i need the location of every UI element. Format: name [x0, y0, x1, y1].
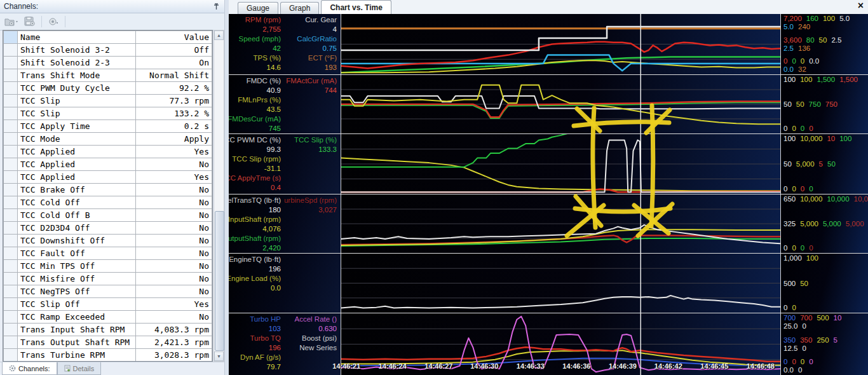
table-row[interactable]: Trans Turbine RPM3,028.3 rpm	[4, 349, 212, 362]
axis-line: 0.00	[783, 366, 868, 374]
row-selector-cell[interactable]	[4, 57, 18, 69]
table-row[interactable]: TCC ModeApply	[4, 133, 212, 146]
add-channel-button[interactable]	[45, 15, 62, 29]
table-row[interactable]: Trans Input Shaft RPM4,083.3 rpm	[4, 324, 212, 336]
channel-label: Cur. Gear	[305, 15, 337, 25]
row-selector-cell[interactable]	[4, 171, 18, 184]
table-row[interactable]: TCC NegTPS OffNo	[4, 285, 212, 298]
table-row[interactable]: TCC D2D3D4 OffNo	[4, 222, 212, 235]
axis-tick-value: 5.0	[783, 23, 794, 31]
save-channel-config-button[interactable]	[22, 15, 38, 29]
row-selector-cell[interactable]	[4, 196, 18, 209]
scrollbar-thumb[interactable]	[215, 211, 224, 351]
axis-tick-value: 0	[783, 57, 787, 65]
table-row[interactable]: TCC Slip OffYes	[4, 298, 212, 311]
chart-tab-graph[interactable]: Graph	[280, 2, 319, 14]
table-row[interactable]: TCC Misfire OffNo	[4, 273, 212, 285]
strip-1-plot[interactable]	[341, 14, 780, 74]
table-row[interactable]: TCC Brake OffNo	[4, 184, 212, 196]
scroll-down-arrow-icon[interactable]: ▼	[214, 351, 224, 361]
channel-value: 196	[269, 264, 281, 274]
axis-tick-value: 0	[783, 358, 787, 365]
row-selector-cell[interactable]	[4, 184, 18, 196]
name-column-header[interactable]: Name	[18, 31, 136, 44]
table-row[interactable]: TCC AppliedNo	[4, 158, 212, 171]
table-row[interactable]: Trans Output Shaft RPM2,421.3 rpm	[4, 336, 212, 349]
value-column-header[interactable]: Value	[136, 31, 212, 44]
table-row[interactable]: TCC Slip133.2 %	[4, 107, 212, 120]
chart-vs-time-view[interactable]: RPM (rpm)2,755Speed (mph)42TPS (%)14.6Cu…	[229, 14, 868, 375]
channel-name-cell: TCC NegTPS Off	[18, 285, 136, 298]
row-selector-cell[interactable]	[4, 336, 18, 349]
axis-tick-value: 1,500	[817, 76, 835, 83]
table-row[interactable]: Trans Shift ModeNormal Shift	[4, 69, 212, 82]
channel-name-cell: TCC Applied	[18, 171, 136, 184]
row-selector-cell[interactable]	[4, 247, 18, 260]
table-row[interactable]: TCC Ramp ExceededNo	[4, 311, 212, 324]
channel-name-cell: Trans Output Shaft RPM	[18, 336, 136, 349]
chart-tab-gauge[interactable]: Gauge	[238, 2, 278, 14]
open-channel-config-button[interactable]	[3, 15, 20, 29]
strip-5-plot[interactable]	[341, 254, 780, 313]
axis-tick-value: 350	[783, 336, 796, 344]
scroll-up-arrow-icon[interactable]: ▲	[214, 31, 224, 40]
table-row[interactable]: TCC Apply Time0.2 s	[4, 120, 212, 133]
channel-name-cell: TCC PWM Duty Cycle	[18, 82, 136, 95]
chart-tab-chart-vs-time[interactable]: Chart vs. Time	[321, 0, 391, 14]
row-selector-cell[interactable]	[4, 44, 18, 57]
strip-3-labels: TCC PWM DC (%)99.3TCC Slip (rpm)-31.1TCC…	[229, 134, 341, 194]
table-row[interactable]: TCC AppliedYes	[4, 171, 212, 184]
row-selector-cell[interactable]	[4, 146, 18, 158]
table-row[interactable]: Shift Solenoid 2-3On	[4, 57, 212, 69]
channel-label: EngineTQ (lb·ft)	[229, 255, 281, 264]
axis-tick-value: 50	[796, 100, 804, 108]
row-selector-cell[interactable]	[4, 120, 18, 133]
channel-value-cell: No	[136, 247, 212, 260]
row-selector-cell[interactable]	[4, 95, 18, 107]
table-row[interactable]: TCC Cold Off BNo	[4, 209, 212, 222]
row-selector-cell[interactable]	[4, 222, 18, 235]
table-row[interactable]: TCC PWM Duty Cycle92.2 %	[4, 82, 212, 95]
table-scrollbar[interactable]: ▲ ▼	[214, 30, 224, 362]
channel-name-cell: TCC Cold Off	[18, 196, 136, 209]
axis-tick-value: 10,000	[800, 195, 822, 203]
table-row[interactable]: TCC AppliedYes	[4, 146, 212, 158]
row-selector-cell[interactable]	[4, 311, 18, 324]
table-row[interactable]: TCC Fault OffNo	[4, 247, 212, 260]
table-row[interactable]: TCC Min TPS OffNo	[4, 260, 212, 273]
row-selector-cell[interactable]	[4, 209, 18, 222]
row-selector-cell[interactable]	[4, 298, 18, 311]
panel-splitter[interactable]	[224, 0, 229, 375]
axis-tick-value: 5,000	[823, 220, 841, 228]
strip-2-plot[interactable]	[341, 75, 780, 133]
strip-4-plot[interactable]	[341, 194, 780, 253]
close-icon[interactable]: ×	[858, 1, 864, 11]
tab-channels[interactable]: Channels:	[2, 362, 57, 375]
row-selector-cell[interactable]	[4, 158, 18, 171]
channel-value: 4	[333, 25, 337, 34]
channels-toolbar	[0, 13, 224, 31]
axis-tick-value: 0	[809, 358, 813, 365]
table-row[interactable]: TCC Slip77.3 rpm	[4, 95, 212, 107]
row-selector-cell[interactable]	[4, 260, 18, 273]
tab-details[interactable]: Details	[57, 362, 102, 375]
time-axis-label: 14:46:45	[700, 362, 728, 370]
axis-tick-value: 325	[783, 220, 796, 228]
row-selector-cell[interactable]	[4, 273, 18, 285]
table-row[interactable]: TCC Downshift OffNo	[4, 235, 212, 247]
row-selector-cell[interactable]	[4, 82, 18, 95]
row-selector-cell[interactable]	[4, 69, 18, 82]
table-row[interactable]: TCC Cold OffNo	[4, 196, 212, 209]
row-selector-cell[interactable]	[4, 235, 18, 247]
strip-3-plot[interactable]	[341, 134, 780, 194]
channel-value: 193	[325, 63, 337, 72]
table-row[interactable]: Shift Solenoid 3-2Off	[4, 44, 212, 57]
label-column	[285, 254, 341, 313]
pin-icon[interactable]	[212, 2, 220, 11]
row-selector-cell[interactable]	[4, 285, 18, 298]
row-selector-cell[interactable]	[4, 349, 18, 362]
row-selector-cell[interactable]	[4, 107, 18, 120]
row-selector-cell[interactable]	[4, 324, 18, 336]
row-selector-cell[interactable]	[4, 133, 18, 146]
channel-label: Turbo TQ	[250, 334, 281, 343]
